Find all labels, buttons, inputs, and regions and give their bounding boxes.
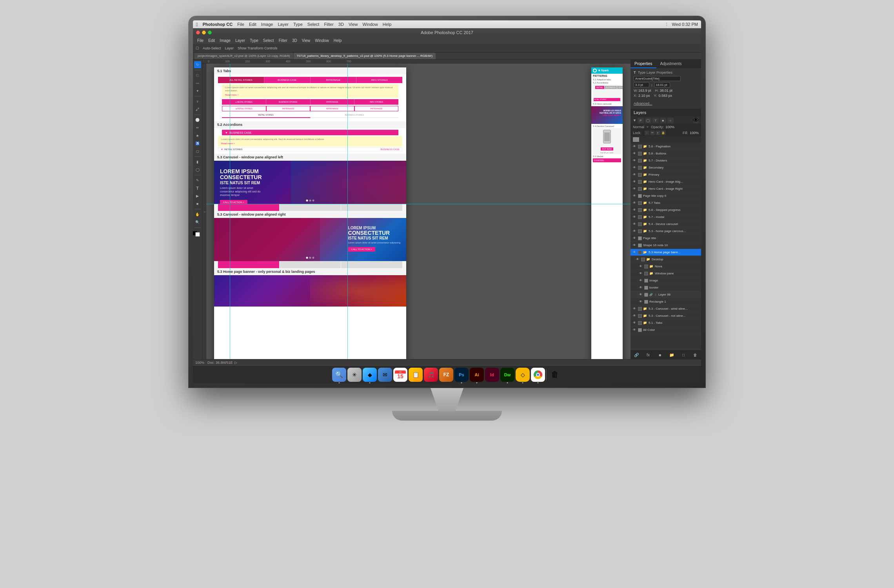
new-layer-btn[interactable]: □ xyxy=(680,352,687,358)
filter-pixel-btn[interactable]: P xyxy=(638,118,644,123)
layer-border[interactable]: 👁 border xyxy=(631,284,701,291)
tool-hand[interactable]: ✋ xyxy=(194,211,201,218)
layer-image[interactable]: 👁 Image xyxy=(631,277,701,284)
carousel-cta-left[interactable]: CALL TO ACTION > xyxy=(220,200,247,204)
canvas-scroll-area[interactable]: 5.1 Tabs ALL RETAIL STORES BUSINESS CASE xyxy=(206,64,631,359)
lock-all-btn[interactable]: 🔒 xyxy=(661,131,666,135)
layer-page-title[interactable]: 👁 Page title xyxy=(631,235,701,242)
tool-wand[interactable]: ✦ xyxy=(194,87,201,94)
tool-shape[interactable]: ■ xyxy=(194,200,201,207)
tool-crop[interactable]: ⍒ xyxy=(194,98,201,105)
layer-53-not-aline[interactable]: 👁 📁 5.3 - Carousel - not aline... xyxy=(631,312,701,319)
fill-value[interactable]: 100% xyxy=(690,131,699,135)
layer-53-wind-aline[interactable]: 👁 📁 5.3 - Carousel - wind aline... xyxy=(631,305,701,312)
tab-info[interactable]: INFO STORIES xyxy=(356,77,402,83)
menu-image[interactable]: Image xyxy=(261,22,273,27)
dock-safari[interactable]: ◆ xyxy=(363,368,377,382)
accordion-header-2[interactable]: ▼ RETAIL STORES BUSINESS CASE xyxy=(218,147,402,151)
menu-select[interactable]: Select xyxy=(307,22,320,27)
dock-finder[interactable]: 🔍 xyxy=(332,368,346,382)
dock-mail[interactable]: ✉ xyxy=(378,368,392,382)
apple-icon[interactable]:  xyxy=(196,22,198,27)
tool-eyedropper[interactable]: 🖍 xyxy=(194,106,201,113)
layers-list[interactable]: 👁 📁 5.8 - Pagination 👁 📁 5.8 - Bu xyxy=(631,143,701,350)
menu-view[interactable]: View xyxy=(349,22,358,27)
add-mask-btn[interactable]: ■ xyxy=(657,352,663,358)
layer-nova[interactable]: 👁 📁 Nova xyxy=(631,263,701,270)
tab-adjustments[interactable]: Adjustments xyxy=(656,60,686,68)
layer-pagination[interactable]: 👁 📁 5.8 - Pagination xyxy=(631,143,701,150)
layer-all-color[interactable]: 👁 All Color xyxy=(631,327,701,334)
filter-adj-btn[interactable]: ◯ xyxy=(645,118,651,123)
layer-57-tabs[interactable]: 👁 📁 5.7 Tabs xyxy=(631,200,701,207)
lock-image-btn[interactable]: ✏ xyxy=(650,131,655,135)
dock-chrome[interactable] xyxy=(531,368,545,382)
layer-hero-card-right[interactable]: 👁 📁 Hero Card - image Right xyxy=(631,185,701,192)
link-layers-btn[interactable]: 🔗 xyxy=(633,352,640,358)
dock-notes[interactable]: 📋 xyxy=(409,368,423,382)
minimize-button[interactable] xyxy=(202,31,206,34)
layer-buttons[interactable]: 👁 📁 5.8 - Buttons xyxy=(631,150,701,157)
delete-layer-btn[interactable]: 🗑 xyxy=(692,352,698,358)
ps-menu-layer[interactable]: Layer xyxy=(233,37,247,44)
layer-desktop[interactable]: 👁 📁 Desktop xyxy=(631,256,701,263)
layer-99[interactable]: 👁 🔗 1 Layer 99 xyxy=(631,291,701,298)
layer-53-carousel[interactable]: 👁 📁 5.3 - home page carcous... xyxy=(631,228,701,235)
layer-hero-card-alig[interactable]: 👁 📁 Hero Card - image Alig... xyxy=(631,178,701,185)
lock-transparent-btn[interactable]: ◾ xyxy=(645,131,649,135)
menu-type[interactable]: Type xyxy=(293,22,303,27)
accordion-header-1[interactable]: ▼ BUSINESS CASE xyxy=(222,130,398,135)
auto-select-text[interactable]: Auto-Select xyxy=(202,46,222,50)
dock-launchpad[interactable]: ✳ xyxy=(347,368,362,382)
tool-pen[interactable]: ✎ xyxy=(194,177,201,184)
filter-shape-btn[interactable]: ■ xyxy=(660,118,666,123)
menu-edit[interactable]: Edit xyxy=(249,22,256,27)
layer-54-device[interactable]: 👁 📁 5.4 - Device carousel xyxy=(631,221,701,228)
app-name-menu[interactable]: Photoshop CC xyxy=(203,22,233,27)
tool-marquee[interactable]: □ xyxy=(194,72,201,79)
tab-projectimages[interactable]: projectImages_spark4LR_v2.psd @ 100% (La… xyxy=(194,53,293,59)
tool-spot-heal[interactable]: ⚪ xyxy=(194,116,201,123)
ps-menu-help[interactable]: Help xyxy=(332,37,344,44)
tab-patronage[interactable]: PATRONAGE xyxy=(311,77,357,83)
layer-dropdown[interactable]: Layer xyxy=(224,46,235,50)
font-size-input[interactable] xyxy=(634,82,649,87)
dock-photoshop[interactable]: Ps xyxy=(454,368,469,382)
layer-58-stepped[interactable]: 👁 📁 5.8 - Stepped progress xyxy=(631,207,701,214)
tool-brush[interactable]: ✏ xyxy=(194,124,201,131)
tool-eraser[interactable]: ◻ xyxy=(194,148,201,155)
dock-filezilla[interactable]: FZ xyxy=(439,368,453,382)
opacity-value[interactable]: 100% xyxy=(665,125,674,129)
dock-sketch[interactable]: ◇ xyxy=(516,368,530,382)
tab-properties[interactable]: Properties xyxy=(631,60,656,68)
ps-menu-select[interactable]: Select xyxy=(261,37,276,44)
tool-lasso[interactable]: ⸻ xyxy=(194,80,201,87)
tab-business[interactable]: BUSINESS CASE xyxy=(264,77,311,83)
tab-patterns[interactable]: T0716_patterns_library_desktop_5_pattern… xyxy=(294,53,436,59)
dock-trash[interactable]: 🗑 xyxy=(548,368,562,382)
advanced-link[interactable]: Advanced... xyxy=(634,102,652,105)
leading-input[interactable] xyxy=(654,82,670,87)
eye-icon[interactable]: 👁 xyxy=(632,144,637,149)
layer-shape16[interactable]: 👁 Shape 16 nota 10 xyxy=(631,242,701,249)
layer-visibility-toggle[interactable]: 👁 xyxy=(693,118,699,123)
maximize-button[interactable] xyxy=(208,31,212,34)
ps-menu-image[interactable]: Image xyxy=(218,37,233,44)
tool-move[interactable]: ↻ xyxy=(194,61,201,68)
ps-menu-file[interactable]: File xyxy=(195,37,205,44)
tool-dodge[interactable]: ◯ xyxy=(194,166,201,173)
layer-page-title-copy[interactable]: 👁 Page title copy 6 xyxy=(631,192,701,200)
background-color[interactable] xyxy=(195,232,200,237)
tool-gradient[interactable]: ▮ xyxy=(194,158,201,165)
close-button[interactable] xyxy=(196,31,200,34)
layer-secondary[interactable]: 👁 📁 Secondary xyxy=(631,164,701,171)
tab-all-retail[interactable]: ALL RETAIL STORES xyxy=(218,77,264,83)
dock-illustrator[interactable]: Ai xyxy=(470,368,484,382)
ps-menu-window[interactable]: Window xyxy=(313,37,331,44)
layer-53-home-banner[interactable]: 👁 📂 5.3 Home page bann... xyxy=(631,249,701,256)
ps-menu-view[interactable]: View xyxy=(300,37,313,44)
ps-menu-type[interactable]: Type xyxy=(248,37,260,44)
dock-itunes[interactable]: 🎵 xyxy=(424,368,438,382)
dock-indesign[interactable]: Id xyxy=(485,368,499,382)
menu-filter[interactable]: Filter xyxy=(324,22,333,27)
